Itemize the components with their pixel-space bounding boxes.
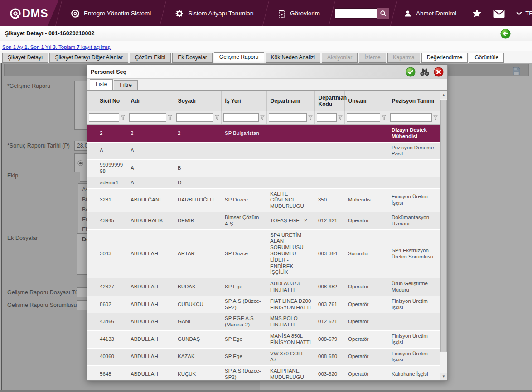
user-menu[interactable]: Ahmet Demirel	[394, 10, 466, 18]
personnel-cell: KALIPHANE MUDURLUGU	[266, 366, 314, 380]
scroll-down-arrow[interactable]: ▼	[440, 373, 447, 380]
menu-item-1[interactable]: Entegre Yönetim Sistemi	[59, 0, 163, 26]
messages-button[interactable]	[488, 0, 511, 26]
filter-funnel-icon[interactable]	[338, 115, 343, 120]
filter-funnel-icon[interactable]	[168, 115, 172, 120]
personnel-row[interactable]: 44133ABDULLAHGÜNDAŞSP EgeMANİSA 850L FİN…	[87, 330, 440, 348]
record-stats-link[interactable]: Son 1 Ay 1, Son 1 Yıl 3, Toplam 7 kayıt …	[2, 44, 111, 50]
column-header-soyadı[interactable]: Soyadı	[174, 91, 221, 111]
column-header-i-ş-yeri[interactable]: İş Yeri	[221, 91, 266, 111]
personnel-cell	[344, 160, 388, 177]
personnel-cell: ABDULLAH	[127, 278, 174, 296]
personnel-row[interactable]: 40360ABDULLAHKAZAKSP EgeVW 370 GOLF A700…	[87, 348, 440, 366]
back-arrow-icon	[500, 29, 511, 39]
personnel-cell: CUBUKCU	[174, 296, 221, 313]
personnel-row[interactable]: 3281ABDULĞANİHARBUTOĞLUSP DüzceKALITE GÜ…	[87, 188, 440, 212]
filter-funnel-icon[interactable]	[215, 115, 219, 120]
menu-item-3[interactable]: Görevlerim	[266, 0, 332, 26]
column-header-departman-kodu[interactable]: Departman Kodu	[314, 91, 344, 111]
search-personnel-button[interactable]	[420, 67, 430, 77]
personnel-row[interactable]: 42327ABDULLAHBUDAKSP EgeAUDI AU373 FIN.H…	[87, 278, 440, 296]
personnel-row[interactable]: 43466ABDULLAHGANİSP EGE A.S (Manisa-2)MN…	[87, 313, 440, 331]
personnel-cell: ABDULLAH	[127, 366, 174, 380]
personnel-row[interactable]: 3043ABDULLAHARTARSP DüzceSP4 ÜRETİM ALAN…	[87, 229, 440, 278]
tab-aksiyonlar: Aksiyonlar	[322, 53, 358, 63]
personnel-cell: GÜNDAŞ	[174, 330, 221, 348]
column-filter-input[interactable]	[129, 113, 166, 122]
filter-funnel-icon[interactable]	[433, 115, 438, 120]
personnel-cell: 003-761	[314, 296, 344, 313]
personnel-row[interactable]: 9999999998AB	[87, 160, 440, 177]
tab-şikayet-detayı[interactable]: Şikayet Detayı	[2, 53, 48, 63]
menu-item-2[interactable]: Sistem Altyapı Tanımları	[163, 0, 266, 26]
personnel-row[interactable]: 43945ABDULHALİKDEMİRBimser Çözüm A.Ş.TOF…	[87, 212, 440, 229]
personnel-row[interactable]: 8602ABDULLAHCUBUKCUSP A.S (Düzce-SP2)FIA…	[87, 296, 440, 313]
personnel-cell: Dizayn Destek Mühendisi	[388, 124, 440, 142]
column-filter-input[interactable]	[347, 113, 380, 122]
tab-şikayet-detayı-diğer-alanlar[interactable]: Şikayet Detayı Diğer Alanlar	[49, 53, 128, 63]
tab-kök-neden-analizi[interactable]: Kök Neden Analizi	[266, 53, 320, 63]
personnel-cell: 012-671	[314, 313, 344, 331]
column-filter-input[interactable]	[89, 113, 119, 122]
personnel-row[interactable]: 222SP BulgaristanDizayn Destek Mühendisi	[87, 124, 440, 142]
column-header-unvanı[interactable]: Unvanı	[344, 91, 388, 111]
personnel-cell: ademir1	[87, 177, 127, 188]
personnel-cell: 2	[127, 124, 174, 142]
column-filter-input[interactable]	[269, 113, 307, 122]
column-filter-input[interactable]	[317, 113, 337, 122]
qdms-logo[interactable]: DMS	[0, 0, 58, 26]
dialog-tab-filtre[interactable]: Filtre	[114, 80, 138, 90]
personnel-cell	[266, 177, 314, 188]
personnel-row[interactable]: ademir1AD	[87, 177, 440, 188]
close-button[interactable]	[434, 67, 444, 77]
filter-funnel-icon[interactable]	[308, 115, 313, 120]
page-title: Şikayet Detayı - 001-16020210002	[5, 30, 94, 37]
language-selector[interactable]: TR	[511, 10, 532, 17]
column-header-pozisyon-tanımı[interactable]: Pozisyon Tanımı	[388, 91, 440, 111]
envelope-icon	[493, 10, 505, 18]
tasks-icon	[278, 9, 286, 18]
tab-ek-dosyalar[interactable]: Ek Dosyalar	[172, 53, 213, 63]
tab-i-zleme: İzleme	[359, 53, 386, 63]
personnel-cell: Operatör	[344, 330, 388, 348]
search-button[interactable]	[377, 8, 389, 19]
scrollbar-thumb[interactable]	[440, 100, 447, 352]
personnel-cell: 003-364	[314, 229, 344, 278]
personnel-cell: 3043	[87, 229, 127, 278]
personnel-row[interactable]: AAPozisyon Deneme Pasif	[87, 142, 440, 160]
column-filter-input[interactable]	[176, 113, 213, 122]
search-icon	[380, 10, 387, 17]
favorites-button[interactable]	[466, 0, 488, 26]
tab-gelişme-raporu[interactable]: Gelişme Raporu	[214, 52, 264, 63]
personnel-cell: A	[87, 142, 127, 160]
filter-funnel-icon[interactable]	[260, 115, 265, 120]
menu-item-label: Sistem Altyapı Tanımları	[188, 10, 254, 17]
global-search-input[interactable]	[335, 8, 377, 19]
filter-funnel-icon[interactable]	[382, 115, 386, 120]
personnel-row[interactable]: 5648ABDULLAHKÜÇÜKSP A.S (Düzce-SP2)KALIP…	[87, 366, 440, 380]
personnel-cell: 3281	[87, 188, 127, 212]
column-filter-input[interactable]	[223, 113, 259, 122]
filter-cell	[314, 111, 344, 124]
personnel-cell: 9999999998	[87, 160, 127, 177]
personnel-cell: D	[174, 177, 221, 188]
back-button[interactable]	[500, 29, 511, 39]
personnel-cell: Operatör	[344, 366, 388, 380]
dialog-tab-liste[interactable]: Liste	[90, 79, 113, 90]
scroll-up-arrow[interactable]: ▲	[440, 91, 447, 99]
grid-vertical-scrollbar[interactable]: ▲ ▼	[440, 91, 447, 380]
filter-funnel-icon[interactable]	[121, 115, 125, 120]
column-header-sicil-no[interactable]: Sicil No	[87, 91, 127, 111]
filter-cell	[221, 111, 266, 124]
tab-çözüm-ekibi[interactable]: Çözüm Ekibi	[130, 53, 171, 63]
user-icon	[404, 10, 412, 18]
content-area: *Gelişme Raporu *Sonuç Raporu Tarihi (P)…	[0, 63, 532, 392]
personnel-cell: SP4 ÜRETİM ALAN SORUMLUSU - SORUMLU - Lİ…	[266, 229, 314, 278]
tab-görüntüle[interactable]: Görüntüle	[469, 53, 504, 63]
tab-değerlendirme[interactable]: Değerlendirme	[421, 53, 468, 63]
confirm-button[interactable]	[406, 67, 416, 77]
column-header-departmanı[interactable]: Departmanı	[266, 91, 314, 111]
dialog-tabs: ListeFiltre	[87, 79, 447, 91]
column-filter-input[interactable]	[390, 113, 432, 122]
column-header-adı[interactable]: Adı	[127, 91, 174, 111]
